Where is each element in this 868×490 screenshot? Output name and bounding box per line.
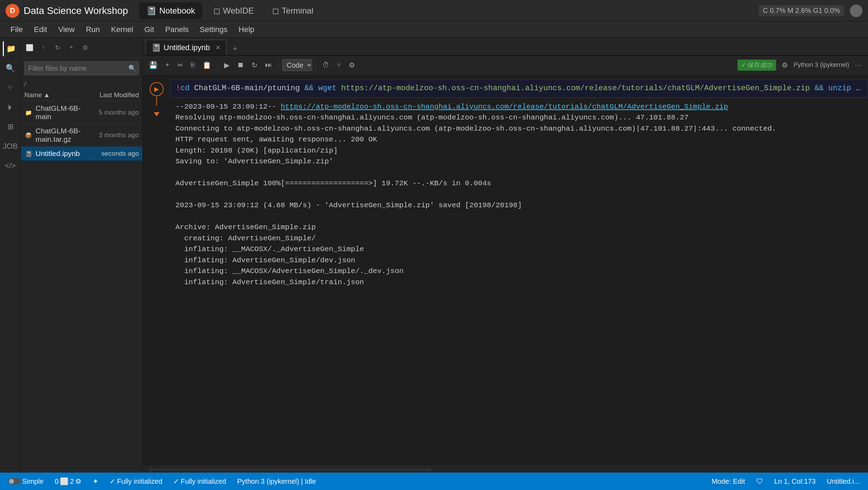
toolbar-stop[interactable]: ⏹ [234,59,247,72]
toolbar-run-all[interactable]: ⏭ [262,59,275,72]
cell-0: ▶ !cd ChatGLM-6B-main/ptuning && wget ht… [143,79,868,291]
status-cell-count[interactable]: 0 ⬜ 2 ⚙ [52,476,84,487]
menu-git[interactable]: Git [140,24,159,36]
webide-tab-icon: ◻ [213,6,220,16]
col-name-header[interactable]: Name ▲ [24,91,83,99]
activity-search[interactable]: 🔍 [3,61,18,76]
menu-help[interactable]: Help [234,24,259,36]
toolbar-gear[interactable]: ⚙ [779,59,791,72]
search-input[interactable] [24,61,139,75]
save-badge: ✓ 保存成功 [737,60,776,71]
activity-git[interactable]: ⑂ [3,80,18,95]
nb-tab-untitled[interactable]: 📓 Untitled.ipynb ✕ [145,40,227,55]
cell-input[interactable]: !cd ChatGLM-6B-main/ptuning && wget http… [171,79,868,98]
menu-edit[interactable]: Edit [29,24,52,36]
menu-settings[interactable]: Settings [195,24,232,36]
toolbar-save[interactable]: 💾 [146,59,160,72]
kernel-badge: Python 3 (ipykernel) [794,61,849,69]
toolbar-settings[interactable]: ⚙ [346,59,358,72]
nb-toolbar-right: ✓ 保存成功 ⚙ Python 3 (ipykernel) ⋯ [737,59,865,72]
titlebar-right: C 0.7% M 2.6% G1 0.0% [759,5,862,17]
status-magic[interactable]: ✦ [90,476,101,487]
toolbar-sep1 [218,60,218,70]
toggle-switch [8,478,21,484]
activity-job[interactable]: JOB [3,139,18,154]
toolbar-sep2 [278,60,279,70]
status-mode[interactable]: Mode: Edit [709,476,748,487]
activity-code[interactable]: </> [3,158,18,173]
toggle-track [8,478,21,484]
notebook-tabs: 📓 Untitled.ipynb ✕ + [143,38,868,56]
nb-tab-label: Untitled.ipynb [164,43,210,52]
toolbar-sep3 [316,60,316,70]
nb-tab-close[interactable]: ✕ [215,44,221,52]
activity-debug[interactable]: ⏵ [3,100,18,115]
file-date: 3 months ago [83,131,139,139]
file-item-targz[interactable]: 📦 ChatGLM-6B-main.tar.gz 3 months ago [21,124,142,147]
toolbar-more[interactable]: ⋯ [852,59,865,72]
cell-run-button[interactable]: ▶ [150,82,164,96]
cell-container: ▶ !cd ChatGLM-6B-main/ptuning && wget ht… [143,75,868,466]
search-box: 🔍 [24,61,139,75]
toolbar-copy[interactable]: ⎘ [188,59,198,72]
toolbar-time[interactable]: ⏱ [319,59,332,72]
activity-extensions[interactable]: ⊞ [3,119,18,134]
toolbar-git[interactable]: ⑂ [334,59,344,72]
resource-indicator[interactable]: C 0.7% M 2.6% G1 0.0% [759,5,844,16]
toolbar-paste[interactable]: 📋 [200,59,214,72]
toolbar-restart[interactable]: ↻ [249,59,260,72]
status-ln-col[interactable]: Ln 1, Col:173 [772,476,819,487]
run-arrow-line [156,97,157,106]
sidebar-btn-upload[interactable]: ↑ [38,42,49,54]
save-label: 保存成功 [748,61,773,69]
menu-run[interactable]: Run [81,24,105,36]
toolbar-run[interactable]: ▶ [221,59,232,72]
toolbar-cut[interactable]: ✂ [174,59,186,72]
nb-toolbar: 💾 + ✂ ⎘ 📋 ▶ ⏹ ↻ ⏭ Code ⏱ ⑂ ⚙ ✓ 保存成功 [143,56,868,75]
file-name: Untitled.ipynb [35,149,83,158]
toolbar-cell-type[interactable]: Code [282,59,312,71]
col-modified-header[interactable]: Last Modified [83,91,139,99]
search-icon[interactable]: 🔍 [128,64,136,72]
menu-kernel[interactable]: Kernel [106,24,138,36]
sidebar: ⬜ ↑ ↻ + ⚙ 🔍 / Name ▲ Last Modified 📁 Cha… [21,38,143,473]
user-avatar[interactable] [850,5,862,17]
notebook-tab-label: Notebook [159,6,195,16]
status-shield[interactable]: 🛡 [753,476,766,487]
file-item-chatglm[interactable]: 📁 ChatGLM-6B-main 5 months ago [21,101,142,124]
archive-icon: 📦 [24,131,33,139]
sort-icon: ▲ [44,91,50,99]
status-file[interactable]: Untitled.i... [824,476,862,487]
menu-file[interactable]: File [6,24,27,36]
init-label1: Fully initialized [117,477,162,485]
file-date: 5 months ago [83,109,139,116]
menu-panels[interactable]: Panels [160,24,194,36]
scroll-hint: ◁───────────────────────────────────────… [143,466,868,473]
tab-terminal[interactable]: ◻ Terminal [265,2,321,19]
statusbar: Simple 0 ⬜ 2 ⚙ ✦ ✓ Fully initialized ✓ F… [0,473,868,490]
run-arrow-head [154,112,159,116]
menu-view[interactable]: View [53,24,79,36]
file-item-notebook[interactable]: 📓 Untitled.ipynb seconds ago [21,147,142,161]
sidebar-btn-filter[interactable]: ⚙ [79,42,91,54]
menubar: File Edit View Run Kernel Git Panels Set… [0,22,868,38]
tab-webide[interactable]: ◻ WebIDE [206,2,261,19]
nb-tab-add[interactable]: + [229,42,241,55]
toolbar-add-cell[interactable]: + [163,59,172,72]
status-init2[interactable]: ✓ Fully initialized [171,476,229,487]
file-name: ChatGLM-6B-main [35,104,83,121]
folder-icon: 📁 [24,108,33,117]
status-kernel-status[interactable]: Python 3 (ipykernel) | Idle [235,476,319,487]
terminal-tab-icon: ◻ [272,6,279,16]
sidebar-btn-add[interactable]: + [65,42,77,54]
sidebar-btn-refresh[interactable]: ↻ [52,42,63,54]
activity-files[interactable]: 📁 [3,41,18,56]
init-label2: Fully initialized [181,477,226,485]
notebook-icon: 📓 [24,149,33,158]
cell-output: --2023-09-15 23:09:12-- https://atp-mode… [171,98,868,291]
status-simple[interactable]: Simple [6,476,46,487]
titlebar: D Data Science Workshop 📓 Notebook ◻ Web… [0,0,868,22]
tab-notebook[interactable]: 📓 Notebook [139,2,202,19]
status-init1[interactable]: ✓ Fully initialized [107,476,165,487]
sidebar-btn-new-file[interactable]: ⬜ [24,42,35,54]
